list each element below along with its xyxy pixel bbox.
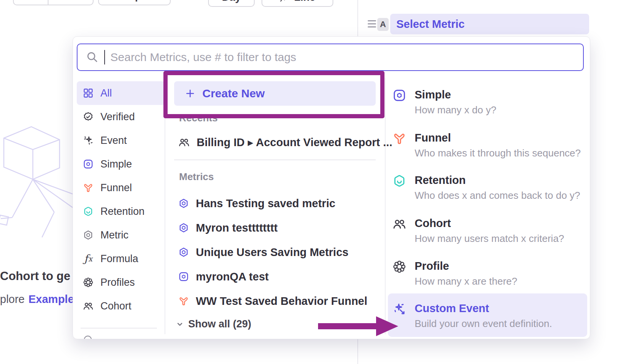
- category-cohort[interactable]: Cohort: [77, 294, 165, 318]
- drag-handle-icon[interactable]: [368, 20, 376, 29]
- background-text-fragment: ploreExample: [0, 293, 74, 306]
- background-heading-fragment: Cohort to ge: [0, 269, 70, 283]
- background-text: plore: [0, 293, 25, 305]
- metric-type-title: Funnel: [415, 131, 581, 145]
- metric-type-description: Who makes it through this sequence?: [415, 146, 581, 160]
- category-label: All: [100, 87, 112, 99]
- category-label: Metric: [100, 229, 129, 241]
- range-ytd-label: YTD: [55, 0, 76, 2]
- metric-hexagon-icon: [83, 230, 94, 240]
- metric-type-description: How many x are there?: [415, 274, 517, 288]
- category-metric[interactable]: Metric: [77, 223, 165, 247]
- metric-type-text: Custom Event Build your own event defini…: [415, 301, 552, 337]
- metric-type-retention[interactable]: Retention Who does x and comes back to d…: [388, 173, 587, 202]
- select-metric-field[interactable]: Select Metric: [390, 14, 589, 34]
- metric-list-item[interactable]: Hans Testing saved metric: [178, 193, 335, 214]
- metric-picker-dropdown: All Verified Event Simple Funnel Retenti…: [73, 36, 590, 339]
- query-step-badge: A: [377, 18, 389, 31]
- saved-metric-hexagon-icon: [178, 198, 189, 209]
- range-ytd-button[interactable]: YTD: [48, 0, 93, 5]
- range-12m-button[interactable]: 12M: [14, 0, 48, 5]
- metric-item-label: Myron testttttttt: [196, 222, 278, 234]
- line-chart-icon: [279, 0, 289, 3]
- category-retention[interactable]: Retention: [77, 200, 165, 223]
- metrics-heading: Metrics: [179, 171, 214, 183]
- category-label: Simple: [100, 158, 132, 170]
- metric-item-label: WW Test Saved Behavior Funnel: [196, 295, 367, 308]
- category-profiles[interactable]: Profiles: [77, 271, 165, 294]
- category-simple[interactable]: Simple: [77, 152, 165, 176]
- retention-icon: [83, 206, 94, 217]
- category-event[interactable]: Event: [77, 129, 165, 152]
- category-all[interactable]: All: [77, 81, 165, 105]
- metric-item-label: Unique Users Saving Metrics: [196, 246, 349, 259]
- cohort-people-icon: [392, 216, 406, 245]
- text-cursor: [104, 50, 105, 64]
- recent-item-label: Billing ID ▸ Account Viewed Report ...: [197, 136, 392, 149]
- category-label: Formula: [100, 253, 138, 265]
- category-label: Verified: [100, 111, 135, 123]
- category-funnel[interactable]: Funnel: [77, 176, 165, 200]
- metric-type-description: How many x do y?: [415, 103, 496, 117]
- day-granularity-button[interactable]: Day: [208, 0, 255, 7]
- page: Cohort to ge ploreExample 12M YTD Compar…: [0, 0, 617, 364]
- metric-item-label: myronQA test: [196, 271, 269, 283]
- line-label: Line: [294, 0, 315, 3]
- metric-type-description: Build your own event definition.: [415, 317, 552, 330]
- compare-button[interactable]: Compare: [98, 0, 171, 5]
- metric-type-text: Profile How many x are there?: [415, 259, 517, 288]
- metric-item-label: Hans Testing saved metric: [196, 197, 335, 210]
- category-label: Event: [100, 135, 127, 147]
- category-verified[interactable]: Verified: [77, 105, 165, 129]
- metric-list-item[interactable]: myronQA test: [178, 266, 269, 287]
- metric-list-item[interactable]: WW Test Saved Behavior Funnel: [178, 290, 367, 312]
- simple-metric-icon: [83, 159, 94, 169]
- metric-type-profile[interactable]: Profile How many x are there?: [388, 259, 587, 288]
- metric-list-item[interactable]: Myron testttttttt: [178, 217, 278, 238]
- category-label: Retention: [100, 206, 145, 217]
- create-new-label: Create New: [202, 87, 265, 100]
- metric-type-text: Retention Who does x and comes back to d…: [415, 173, 580, 202]
- category-label: Profiles: [100, 277, 135, 288]
- metric-type-text: Cohort How many users match x criteria?: [415, 216, 564, 245]
- metric-list-item[interactable]: Unique Users Saving Metrics: [178, 242, 349, 263]
- metric-type-cohort[interactable]: Cohort How many users match x criteria?: [388, 216, 587, 245]
- example-link[interactable]: Example: [29, 293, 74, 305]
- category-label: Cohort: [100, 300, 131, 312]
- saved-metric-hexagon-icon: [178, 247, 189, 258]
- grid-icon: [83, 88, 94, 98]
- funnel-icon: [83, 182, 94, 193]
- metric-type-title: Cohort: [415, 216, 564, 230]
- metric-type-description: How many users match x criteria?: [415, 232, 564, 245]
- clipped-category-icon: [83, 335, 93, 339]
- cohort-people-icon: [83, 301, 94, 311]
- recent-item[interactable]: Billing ID ▸ Account Viewed Report ...: [178, 132, 392, 153]
- plus-icon: [185, 88, 195, 99]
- cohort-people-icon: [178, 137, 190, 148]
- funnel-icon: [392, 131, 406, 160]
- metric-type-title: Simple: [415, 88, 496, 101]
- line-chart-type-button[interactable]: Line: [262, 0, 333, 7]
- chevron-down-icon: [79, 0, 86, 2]
- metric-type-text: Funnel Who makes it through this sequenc…: [415, 131, 581, 160]
- metric-type-text: Simple How many x do y?: [415, 88, 496, 117]
- search-box[interactable]: [77, 43, 584, 71]
- category-formula[interactable]: ƒx Formula: [77, 247, 165, 271]
- category-list-divider: [81, 328, 157, 329]
- select-metric-label: Select Metric: [396, 18, 465, 31]
- metric-type-simple[interactable]: Simple How many x do y?: [388, 88, 587, 117]
- date-range-segmented-control: 12M YTD: [13, 0, 94, 5]
- metric-type-funnel[interactable]: Funnel Who makes it through this sequenc…: [388, 131, 587, 160]
- search-input[interactable]: [110, 51, 575, 64]
- show-all-label: Show all (29): [188, 318, 251, 330]
- metric-type-custom-event[interactable]: Custom Event Build your own event defini…: [388, 293, 587, 337]
- verified-badge-icon: [83, 111, 94, 122]
- chevron-down-icon: [176, 321, 184, 328]
- show-all-toggle[interactable]: Show all (29): [176, 318, 251, 330]
- formula-fx-icon: ƒx: [83, 253, 94, 264]
- custom-event-sparkle-icon: [392, 301, 406, 337]
- simple-metric-icon: [392, 88, 406, 117]
- search-icon: [86, 51, 99, 64]
- create-new-button[interactable]: Create New: [174, 81, 376, 106]
- section-divider: [174, 159, 376, 160]
